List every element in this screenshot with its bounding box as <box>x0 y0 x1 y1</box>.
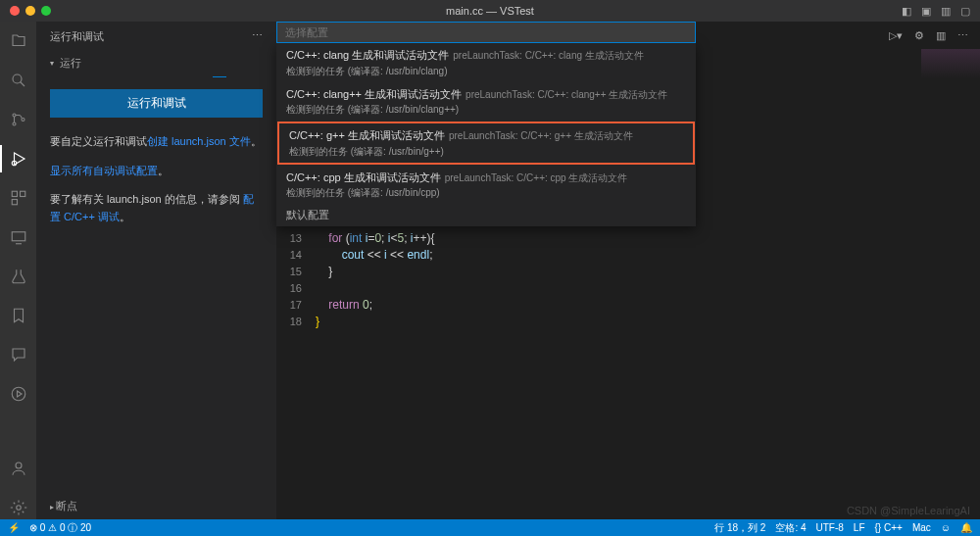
remote-status[interactable]: ⚡ <box>8 522 20 533</box>
run-icon[interactable]: ▷▾ <box>889 29 903 42</box>
sidebar-text: 要自定义运行和调试创建 launch.json 文件。 <box>36 127 276 157</box>
layout-icon[interactable]: ▢ <box>960 5 970 18</box>
maximize-icon[interactable] <box>41 6 51 16</box>
statusbar: ⚡ ⊗ 0 ⚠ 0 ⓘ 20 行 18，列 2 空格: 4 UTF-8 LF {… <box>0 519 980 536</box>
problems-status[interactable]: ⊗ 0 ⚠ 0 ⓘ 20 <box>29 521 91 535</box>
os-status[interactable]: Mac <box>912 522 931 533</box>
titlebar: main.cc — VSTest ◧ ▣ ▥ ▢ <box>0 0 980 22</box>
svg-rect-8 <box>12 232 25 241</box>
feedback-icon[interactable]: ☺ <box>941 522 951 533</box>
encoding-status[interactable]: UTF-8 <box>816 522 844 533</box>
svg-point-11 <box>16 506 21 511</box>
config-option[interactable]: C/C++: cpp 生成和调试活动文件preLaunchTask: C/C++… <box>276 166 696 205</box>
sidebar-text: 要了解有关 launch.json 的信息，请参阅 配置 C/C++ 调试。 <box>36 185 276 231</box>
sidebar-title: 运行和调试 <box>50 29 104 44</box>
split-icon[interactable]: ▥ <box>936 29 946 42</box>
svg-point-2 <box>13 122 16 125</box>
svg-rect-6 <box>20 191 24 196</box>
bell-icon[interactable]: 🔔 <box>960 522 972 533</box>
debug-icon[interactable] <box>7 147 30 171</box>
bookmark-icon[interactable] <box>7 304 30 327</box>
more-icon[interactable]: ⋯ <box>252 29 263 44</box>
watermark: CSDN @SimpleLearingAI <box>847 505 970 516</box>
svg-point-3 <box>22 119 24 122</box>
create-launch-link[interactable]: 创建 launch.json 文件 <box>147 135 251 147</box>
layout-icon[interactable]: ◧ <box>902 5 911 18</box>
svg-point-9 <box>12 387 25 401</box>
play-icon[interactable] <box>7 382 30 406</box>
window-title: main.cc — VSTest <box>446 5 534 17</box>
remote-icon[interactable] <box>7 225 30 249</box>
editor: ▷▾ ⚙ ▥ ⋯ C/C++: clang 生成和调试活动文件preLaunch… <box>276 22 980 519</box>
layout-icon[interactable]: ▥ <box>941 5 951 18</box>
sidebar-section[interactable]: 运行 <box>36 52 276 74</box>
config-option[interactable]: C/C++: clang++ 生成和调试活动文件preLaunchTask: C… <box>276 82 696 122</box>
close-icon[interactable] <box>10 6 20 16</box>
search-icon[interactable] <box>7 69 30 92</box>
chat-icon[interactable] <box>7 343 30 366</box>
svg-point-10 <box>16 463 22 468</box>
svg-point-1 <box>13 114 16 117</box>
breakpoints-section[interactable]: 断点 <box>36 493 276 519</box>
sidebar: 运行和调试 ⋯ 运行 运行和调试 要自定义运行和调试创建 launch.json… <box>36 22 276 519</box>
minimap[interactable] <box>921 49 980 78</box>
scm-icon[interactable] <box>7 108 30 131</box>
svg-rect-7 <box>12 200 17 205</box>
show-all-link[interactable]: 显示所有自动调试配置 <box>50 165 158 176</box>
cursor-position[interactable]: 行 18，列 2 <box>714 521 765 535</box>
more-icon[interactable]: ⋯ <box>957 29 968 42</box>
window-controls <box>0 6 51 16</box>
gear-icon[interactable]: ⚙ <box>914 29 924 42</box>
explorer-icon[interactable] <box>7 29 30 53</box>
code-area[interactable]: 1213 for (int i=0; i<5; i++){14 cout << … <box>276 213 980 329</box>
minimize-icon[interactable] <box>25 6 35 16</box>
account-icon[interactable] <box>7 457 30 480</box>
gear-icon[interactable] <box>7 496 30 519</box>
default-config[interactable]: 默认配置 <box>276 204 696 226</box>
extensions-icon[interactable] <box>7 186 30 210</box>
config-input[interactable] <box>276 22 696 43</box>
svg-rect-5 <box>12 191 17 196</box>
config-dropdown: C/C++: clang 生成和调试活动文件preLaunchTask: C/C… <box>276 22 696 226</box>
layout-icon[interactable]: ▣ <box>921 5 931 18</box>
indent-status[interactable]: 空格: 4 <box>775 521 806 535</box>
language-status[interactable]: {} C++ <box>875 522 903 533</box>
test-icon[interactable] <box>7 265 30 288</box>
config-option[interactable]: C/C++: clang 生成和调试活动文件preLaunchTask: C/C… <box>276 43 696 82</box>
run-debug-button[interactable]: 运行和调试 <box>50 89 263 118</box>
eol-status[interactable]: LF <box>854 522 865 533</box>
config-option[interactable]: C/C++: g++ 生成和调试活动文件preLaunchTask: C/C++… <box>277 122 695 165</box>
activity-bar <box>0 22 36 519</box>
